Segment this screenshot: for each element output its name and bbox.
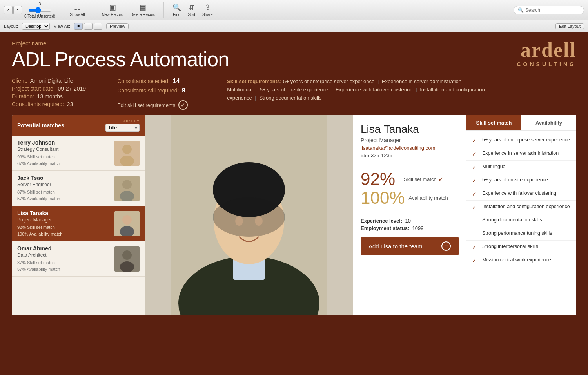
main-content: Project name: ADL Process Automation ard… xyxy=(0,32,588,375)
skill-label: 5+ years of enterprise server experience xyxy=(482,137,570,143)
duration-row: Duration: 13 months xyxy=(12,93,86,100)
skill-item: ✓ Multilingual xyxy=(466,161,576,174)
preview-button[interactable]: Preview xyxy=(106,23,129,29)
add-to-team-button[interactable]: Add Lisa to the team + xyxy=(361,237,459,255)
prev-record-button[interactable]: ‹ xyxy=(4,6,13,14)
duration-value: 13 months xyxy=(37,93,63,100)
find-icon: 🔍 xyxy=(172,3,181,12)
skill-label: Experience in server administration xyxy=(482,150,559,156)
match-item[interactable]: Jack Tsao Server Engineer 87% Skill set … xyxy=(12,171,145,206)
sort-button[interactable]: ⇵ Sort xyxy=(186,2,198,18)
skill-item: ✓ 5+ years of on-site experience xyxy=(466,174,576,187)
svg-point-4 xyxy=(122,180,132,189)
match-info: Lisa Tanaka Project Manager 92% Skill se… xyxy=(17,210,114,237)
match-photo xyxy=(114,141,140,166)
client-value: Arnoni Digital Life xyxy=(30,78,73,84)
match-item-active[interactable]: Lisa Tanaka Project Manager 92% Skill se… xyxy=(12,206,145,241)
company-logo: ardell CONSULTING xyxy=(517,40,576,67)
svg-point-1 xyxy=(122,145,132,154)
experience-level-label: Experience level: xyxy=(361,218,402,224)
match-title: Project Manager xyxy=(17,217,114,223)
search-input[interactable] xyxy=(525,7,580,13)
edit-skills-label: Edit skill set requirements xyxy=(117,102,175,108)
match-photo xyxy=(114,246,140,272)
skill-item: ✓ Mission critical work experience xyxy=(466,254,576,267)
skill-label: Installation and configuration experienc… xyxy=(482,204,570,209)
required-row: Consultants required: 23 xyxy=(12,101,86,107)
still-required-label: Consultants still required: xyxy=(117,87,179,94)
skill-item: ✓ 5+ years of enterprise server experien… xyxy=(466,134,576,147)
match-title: Data Architect xyxy=(17,252,114,258)
matches-title: Potential matches xyxy=(17,122,64,129)
skill-req-5: Experience with failover clustering xyxy=(336,87,413,92)
skill-check-icon: ✓ xyxy=(472,217,478,224)
experience-level-value: 10 xyxy=(405,218,410,224)
sort-icon: ⇵ xyxy=(189,3,194,12)
view-table-button[interactable]: ☷ xyxy=(94,23,102,30)
nav-arrows: ‹ › xyxy=(4,6,22,14)
edit-skills-icon: ✓ xyxy=(178,100,188,110)
experience-level-row: Experience level: 10 xyxy=(361,218,459,224)
edit-skills-button[interactable]: Edit skill set requirements ✓ xyxy=(117,100,188,110)
match-item[interactable]: Terry Johnson Strategy Consultant 99% Sk… xyxy=(12,136,145,171)
match-item[interactable]: Omar Ahmed Data Architect 87% Skill set … xyxy=(12,241,145,277)
layout-select[interactable]: Desktop xyxy=(22,23,50,30)
view-list-button[interactable]: ☰ xyxy=(84,23,93,30)
new-record-icon: ▣ xyxy=(109,3,116,12)
skill-match-label: Skill set match ✓ xyxy=(404,176,443,183)
skill-check-icon: ✓ xyxy=(472,191,478,197)
profile-title: Project Manager xyxy=(361,137,459,143)
employment-label: Employment status: xyxy=(361,225,409,231)
view-icons: ■ ☰ ☷ xyxy=(74,23,102,30)
skill-label: Strong documentation skills xyxy=(482,217,542,223)
skill-check-icon: ✓ xyxy=(472,257,478,264)
match-stats: 92% Skill set match100% Availability mat… xyxy=(17,224,114,237)
record-counter: 3 6 Total (Unsorted) xyxy=(24,2,55,18)
sort-select[interactable]: Title Name Skill Match xyxy=(105,124,140,132)
view-as-label: View As: xyxy=(54,24,70,29)
match-name: Jack Tsao xyxy=(17,175,114,181)
current-record: 3 xyxy=(39,2,41,6)
delete-record-button[interactable]: ▤ Delete Record xyxy=(128,2,158,18)
tab-skill-set-match[interactable]: Skill set match xyxy=(466,115,521,130)
skill-check-icon: ✓ xyxy=(472,244,478,250)
skill-match-pct: 92% xyxy=(361,170,400,188)
logo-subtitle: CONSULTING xyxy=(517,61,576,67)
svg-point-10 xyxy=(122,250,132,260)
match-percentages: 92% Skill set match ✓ 100% Availability … xyxy=(361,170,459,207)
sort-by-label: SORT BY xyxy=(122,119,140,123)
tab-availability[interactable]: Availability xyxy=(521,115,576,130)
next-record-button[interactable]: › xyxy=(13,6,22,14)
show-all-section: ☷ Show All xyxy=(67,2,93,18)
matches-panel: Potential matches SORT BY Title Name Ski… xyxy=(12,115,145,315)
share-button[interactable]: ⇪ Share xyxy=(200,2,215,18)
profile-phone: 555-325-1235 xyxy=(361,152,459,158)
sort-by-section: SORT BY Title Name Skill Match xyxy=(105,119,140,132)
skill-check-icon: ✓ xyxy=(472,151,478,157)
consultants-section: Consultants selected: 14 Consultants sti… xyxy=(117,78,211,110)
profile-divider-2 xyxy=(361,212,459,212)
selected-value: 14 xyxy=(173,78,180,84)
match-name: Terry Johnson xyxy=(17,139,114,146)
new-record-button[interactable]: ▣ New Record xyxy=(100,2,126,18)
find-button[interactable]: 🔍 Find xyxy=(170,2,183,18)
edit-layout-button[interactable]: Edit Layout xyxy=(555,23,584,29)
skill-item: ✓ Installation and configuration experie… xyxy=(466,201,576,214)
share-icon: ⇪ xyxy=(205,3,211,12)
view-grid-button[interactable]: ■ xyxy=(74,23,83,30)
record-slider[interactable] xyxy=(28,7,52,13)
skillset-panel: Skill set match Availability ✓ 5+ years … xyxy=(466,115,576,315)
skill-item: ✓ Experience in server administration xyxy=(466,147,576,161)
skill-check-icon: ✓ xyxy=(472,231,478,237)
skill-item: ✓ Strong interpersonal skills xyxy=(466,241,576,254)
profile-name: Lisa Tanaka xyxy=(361,123,459,136)
search-box: 🔍 xyxy=(514,6,584,14)
skill-check-icon: ✓ xyxy=(472,138,478,144)
svg-point-17 xyxy=(213,197,285,237)
show-all-button[interactable]: ☷ Show All xyxy=(67,2,87,18)
find-section: 🔍 Find ⇵ Sort ⇪ Share xyxy=(170,2,221,18)
add-btn-plus-icon: + xyxy=(441,241,451,251)
avail-match-pct: 100% xyxy=(361,189,405,207)
match-name: Lisa Tanaka xyxy=(17,210,114,216)
project-title: ADL Process Automation xyxy=(12,48,517,71)
